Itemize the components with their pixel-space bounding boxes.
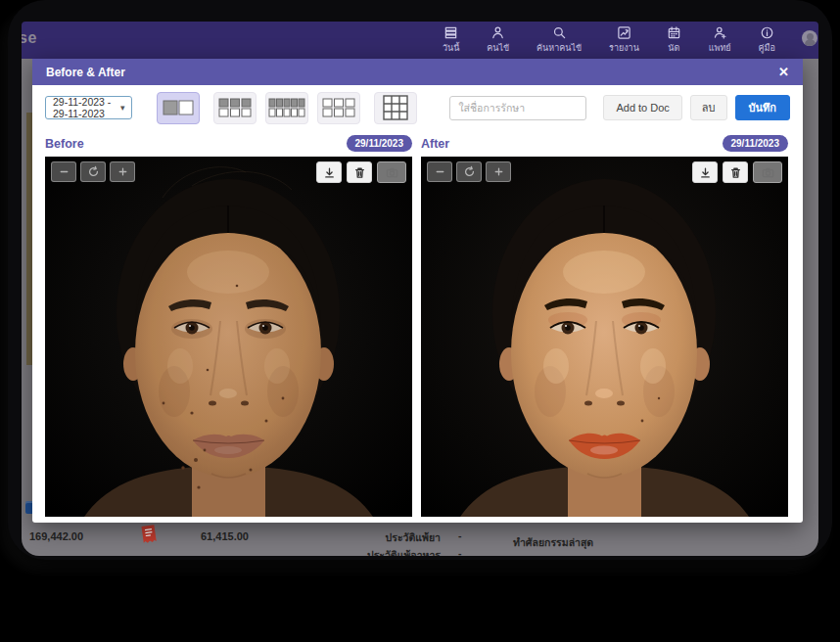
download-button[interactable] <box>692 161 718 183</box>
grid-3x2-outline-icon <box>322 98 355 117</box>
delete-photo-button[interactable] <box>723 161 748 183</box>
plus-icon <box>117 165 129 178</box>
rotate-button[interactable] <box>80 161 106 182</box>
before-after-modal: Before & After ✕ 29-11-2023 - 29-11-2023… <box>32 59 803 523</box>
nav-item-patient[interactable]: คนไข้ <box>487 25 509 55</box>
after-photo[interactable] <box>421 157 788 517</box>
device-mockup: 169,442.00 61,415.00 ประวัติแพ้ยา - ทำศั… <box>0 0 840 642</box>
delete-button[interactable]: ลบ <box>690 95 727 120</box>
amount-total: 169,442.00 <box>29 530 83 542</box>
after-panel-header: After 29/11/2023 <box>421 130 788 157</box>
nav-item-doctor[interactable]: แพทย์ <box>709 25 731 55</box>
layout-grid-3x2-filled-button[interactable] <box>213 92 257 124</box>
close-icon[interactable]: ✕ <box>778 66 789 78</box>
person-icon <box>490 25 505 40</box>
before-panel: Before 29/11/2023 <box>45 130 412 517</box>
after-photo-actions <box>692 161 782 183</box>
last-surgery-label: ทำศัลยกรรมล่าสุด <box>513 534 593 551</box>
download-icon <box>699 166 712 179</box>
zoom-in-button[interactable] <box>110 161 135 182</box>
after-label: After <box>421 137 449 151</box>
rotate-button[interactable] <box>456 161 482 182</box>
minus-icon <box>434 165 446 178</box>
download-button[interactable] <box>316 161 342 183</box>
rotate-icon <box>87 165 100 178</box>
top-navbar: se วันนี้ คนไข้ ค้นหาคนไข้ <box>22 22 818 59</box>
plus-icon <box>492 165 505 178</box>
user-avatar[interactable] <box>802 30 817 46</box>
date-range-value: 29-11-2023 - 29-11-2023 <box>53 96 120 119</box>
before-photo-zoom-tools <box>51 161 135 182</box>
layout-options <box>157 92 417 124</box>
delete-photo-button[interactable] <box>347 161 372 183</box>
zoom-out-button[interactable] <box>51 161 76 182</box>
modal-title: Before & After <box>46 66 125 79</box>
nav-item-today[interactable]: วันนี้ <box>443 25 459 55</box>
nav-label: คู่มือ <box>759 41 775 55</box>
amount-balance: 61,415.00 <box>201 530 249 542</box>
modal-toolbar: 29-11-2023 - 29-11-2023 ▾ <box>32 85 803 130</box>
before-label: Before <box>45 137 84 151</box>
layout-grid-3x2-outline-button[interactable] <box>317 92 360 124</box>
rows-icon <box>443 25 458 40</box>
nav-item-report[interactable]: รายงาน <box>609 25 639 55</box>
calendar-icon <box>667 25 681 40</box>
two-up-icon <box>163 100 194 115</box>
trash-icon <box>353 166 366 179</box>
camera-icon <box>762 166 774 179</box>
app-screen: 169,442.00 61,415.00 ประวัติแพ้ยา - ทำศั… <box>22 22 818 556</box>
chart-icon <box>617 25 631 40</box>
before-photo[interactable] <box>45 157 412 517</box>
nav-menu: วันนี้ คนไข้ ค้นหาคนไข้ รายงาน <box>443 25 775 57</box>
food-allergy-value: - <box>458 547 462 556</box>
drug-allergy-label: ประวัติแพ้ยา <box>345 529 441 546</box>
drug-allergy-value: - <box>458 529 462 541</box>
nav-item-manual[interactable]: คู่มือ <box>759 25 775 55</box>
before-portrait-image <box>45 157 412 517</box>
add-to-doc-button[interactable]: Add to Doc <box>603 95 681 120</box>
chevron-down-icon: ▾ <box>120 103 125 113</box>
after-date-badge: 29/11/2023 <box>723 135 789 152</box>
trash-icon <box>729 166 742 179</box>
grid-3x2-filled-icon <box>218 98 252 117</box>
rotate-icon <box>463 165 476 178</box>
camera-icon <box>386 166 398 179</box>
grid-3x3-icon <box>383 95 408 120</box>
nav-item-appointment[interactable]: นัด <box>667 25 681 55</box>
before-photo-actions <box>316 161 406 183</box>
grid-5x2-filled-icon <box>268 98 305 117</box>
zoom-out-button[interactable] <box>427 161 452 182</box>
layout-grid-3x3-button[interactable] <box>374 92 417 124</box>
nav-label: คนไข้ <box>487 41 509 55</box>
layout-two-up-button[interactable] <box>157 92 200 124</box>
after-panel: After 29/11/2023 <box>421 130 788 517</box>
treatment-name-input[interactable] <box>449 96 586 120</box>
photo-panels: Before 29/11/2023 <box>45 130 790 517</box>
food-allergy-label: ประวัติแพ้อาหาร <box>333 547 441 556</box>
camera-button[interactable] <box>753 161 782 183</box>
nav-label: แพทย์ <box>709 41 731 55</box>
date-range-select[interactable]: 29-11-2023 - 29-11-2023 ▾ <box>45 96 132 119</box>
before-panel-header: Before 29/11/2023 <box>45 130 412 157</box>
save-button[interactable]: บันทึก <box>735 95 790 120</box>
nav-label: วันนี้ <box>443 41 459 55</box>
after-portrait-image <box>421 157 788 517</box>
search-icon <box>552 25 567 40</box>
after-photo-zoom-tools <box>427 161 511 182</box>
download-icon <box>323 166 336 179</box>
background-summary-strip: 169,442.00 61,415.00 ประวัติแพ้ยา - ทำศั… <box>22 523 818 556</box>
tablet-frame: 169,442.00 61,415.00 ประวัติแพ้ยา - ทำศั… <box>8 0 832 560</box>
app-logo: se <box>22 29 37 47</box>
camera-button[interactable] <box>377 161 406 183</box>
before-date-badge: 29/11/2023 <box>347 135 413 152</box>
zoom-in-button[interactable] <box>486 161 511 182</box>
doctor-icon <box>713 25 727 40</box>
receipt-icon <box>139 524 159 550</box>
minus-icon <box>58 165 70 178</box>
nav-item-search-patient[interactable]: ค้นหาคนไข้ <box>537 25 582 55</box>
info-icon <box>760 25 774 40</box>
nav-label: นัด <box>668 41 679 55</box>
nav-label: รายงาน <box>609 41 639 55</box>
layout-grid-5x2-filled-button[interactable] <box>265 92 308 124</box>
nav-label: ค้นหาคนไข้ <box>537 41 582 55</box>
